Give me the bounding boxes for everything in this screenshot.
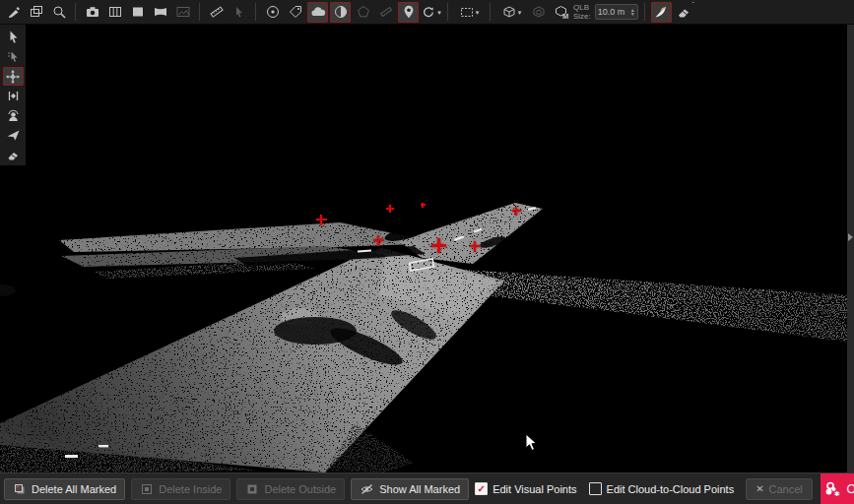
point-cloud-icon[interactable] [307,2,328,23]
edit-cloud-to-cloud-points-checkbox[interactable]: ✓ Edit Cloud-to-Cloud Points [589,482,735,495]
measure-ruler-icon[interactable] [206,2,227,23]
delete-outside-icon [245,482,259,496]
toolbar-separator [255,3,256,21]
delete-inside-button[interactable]: Delete Inside [131,478,230,500]
top-toolbar: ▾ ▾ ▾ M QLB Size: 10.0 m ▲▼ [0,0,854,25]
tag-icon[interactable] [285,2,305,23]
left-tool-sidebar [0,25,26,165]
button-label: Cancel [769,483,803,495]
orbit-gcp-icon[interactable]: ▾ [421,2,441,23]
select-cursor-icon[interactable] [3,28,24,46]
button-label: Delete Inside [159,483,222,495]
close-icon: ✕ [755,483,763,494]
checkbox-label: Edit Cloud-to-Cloud Points [607,483,735,495]
dropdown-caret-icon: ▾ [518,9,522,16]
button-label: Show All Marked [379,483,460,495]
ruler-icon[interactable] [375,2,396,23]
delete-inside-icon [140,482,154,496]
project-edit-icon[interactable] [3,2,24,23]
solid-square-icon[interactable] [127,2,148,23]
toolbar-separator [644,3,645,21]
dropdown-caret-icon: ▾ [476,9,480,16]
disk-target-icon[interactable] [262,2,283,23]
dropdown-caret-icon: ▾ [437,9,441,16]
overlap-windows-icon[interactable] [26,2,46,23]
gcp-pin-icon[interactable] [398,2,419,23]
bundle-optimize-icon: ✱ [823,480,840,497]
image-icon[interactable] [172,2,193,23]
panorama-icon[interactable] [150,2,170,23]
pan-move-icon[interactable] [3,67,24,86]
toolbar-separator [447,3,448,21]
sphere-contrast-icon[interactable] [330,2,351,23]
camera-icon[interactable] [82,2,102,23]
qlb-size-input[interactable]: 10.0 m ▲▼ [595,4,638,20]
checkbox-icon[interactable]: ✓ [589,482,602,495]
polygon-icon[interactable] [353,2,373,23]
dropdown-caret-icon: ˇ [692,1,694,7]
clip-box-axes-icon[interactable]: ▾ [496,2,526,23]
fly-navigation-icon[interactable] [3,126,24,145]
show-all-marked-button[interactable]: Show All Marked [351,478,469,500]
application-window: ▾ ▾ ▾ M QLB Size: 10.0 m ▲▼ [0,0,854,504]
checkbox-icon[interactable]: ✓ [475,482,488,495]
split-view-icon[interactable] [104,2,125,23]
button-label: Delete Outside [264,483,336,495]
button-label: Optimize Bundle [846,482,854,496]
svg-text:✱: ✱ [834,490,840,497]
qlb-size-value: 10.0 m [598,7,630,17]
spinner-arrows-icon[interactable]: ▲▼ [630,8,635,16]
toolbar-separator [490,3,491,21]
show-marked-eye-icon [360,482,374,496]
selection-rect-icon[interactable]: ▾ [454,2,484,23]
zoom-region-icon[interactable] [48,2,69,23]
toolbar-separator [75,3,76,21]
qlb-size-label: QLB Size: [573,3,591,21]
optimize-bundle-button[interactable]: ✱ Optimize Bundle [821,473,854,504]
delete-all-marked-button[interactable]: Delete All Marked [4,478,125,500]
panel-expand-arrow-icon[interactable] [847,229,854,245]
svg-text:M: M [562,12,568,21]
person-orbit-icon[interactable] [3,106,24,125]
cancel-button[interactable]: ✕ Cancel [746,478,813,500]
brush-trowel-icon[interactable] [651,2,672,23]
eraser-tool-icon[interactable] [3,146,24,164]
right-panel-strip [847,25,854,472]
point-cloud-viewport[interactable] [0,0,854,504]
clip-box-sphere-icon[interactable] [528,2,549,23]
toolbar-separator [199,3,200,21]
bottom-action-bar: Delete All Marked Delete Inside Delete O… [0,472,854,504]
measure-cursor-icon[interactable] [229,2,249,23]
checkbox-label: Edit Visual Points [493,483,576,495]
multi-select-cursor-icon[interactable] [3,47,24,66]
clip-box-m-icon[interactable]: M [551,2,571,23]
center-view-icon[interactable] [3,87,24,105]
delete-marked-icon [13,482,27,496]
qlb-size-group: QLB Size: 10.0 m ▲▼ [573,3,638,21]
button-label: Delete All Marked [32,483,116,495]
eraser-icon[interactable]: ˇ [674,2,694,23]
edit-visual-points-checkbox[interactable]: ✓ Edit Visual Points [475,482,576,495]
bottom-right-group: ✓ Edit Visual Points ✓ Edit Cloud-to-Clo… [475,473,854,504]
delete-outside-button[interactable]: Delete Outside [236,478,345,500]
